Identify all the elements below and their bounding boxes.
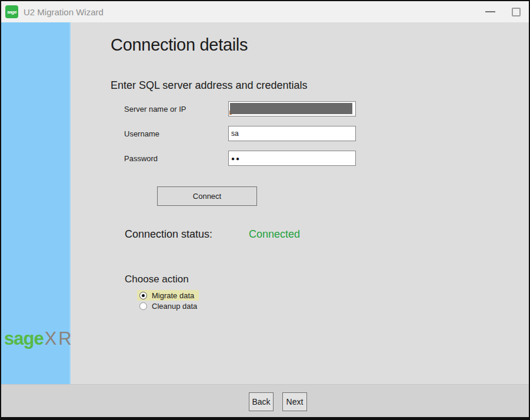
sage-app-icon: sage <box>5 5 18 18</box>
server-label: Server name or IP <box>124 105 186 114</box>
footer-bar: Back Next <box>1 384 529 417</box>
page-title: Connection details <box>111 35 248 55</box>
connection-status-row: Connection status: Connected <box>125 228 212 241</box>
redaction-overlay <box>230 103 352 114</box>
password-label: Password <box>124 154 158 163</box>
title-bar: sage U2 Migration Wizard <box>1 1 529 22</box>
minimize-icon <box>485 11 495 12</box>
radio-option-migrate-data[interactable]: Migrate data <box>137 290 199 301</box>
main-content: Connection details Enter SQL server addr… <box>72 22 529 384</box>
sidebar: sageXRT <box>1 22 71 384</box>
radio-label: Migrate data <box>152 291 194 300</box>
logo-sage-text: sage <box>4 328 44 349</box>
connection-status-value: Connected <box>249 228 300 241</box>
radio-label: Cleanup data <box>152 302 197 311</box>
next-button[interactable]: Next <box>282 392 307 411</box>
connection-status-label: Connection status: <box>125 228 212 240</box>
password-input[interactable] <box>228 151 356 166</box>
window-controls <box>477 1 529 22</box>
page-subtitle: Enter SQL server address and credentials <box>111 79 308 92</box>
radio-icon <box>139 292 147 299</box>
radio-icon <box>139 302 147 310</box>
app-window: sage U2 Migration Wizard sageXRT Connect… <box>0 0 530 420</box>
action-radio-group: Migrate data Cleanup data <box>137 290 202 311</box>
username-label: Username <box>124 129 159 138</box>
maximize-button[interactable] <box>503 1 529 22</box>
username-input[interactable] <box>228 126 356 141</box>
radio-option-cleanup-data[interactable]: Cleanup data <box>137 301 202 311</box>
maximize-icon <box>512 8 521 16</box>
window-title: U2 Migration Wizard <box>24 7 104 17</box>
back-button[interactable]: Back <box>249 392 274 411</box>
connect-button[interactable]: Connect <box>157 186 257 206</box>
minimize-button[interactable] <box>477 1 503 22</box>
choose-action-label: Choose action <box>125 274 189 285</box>
